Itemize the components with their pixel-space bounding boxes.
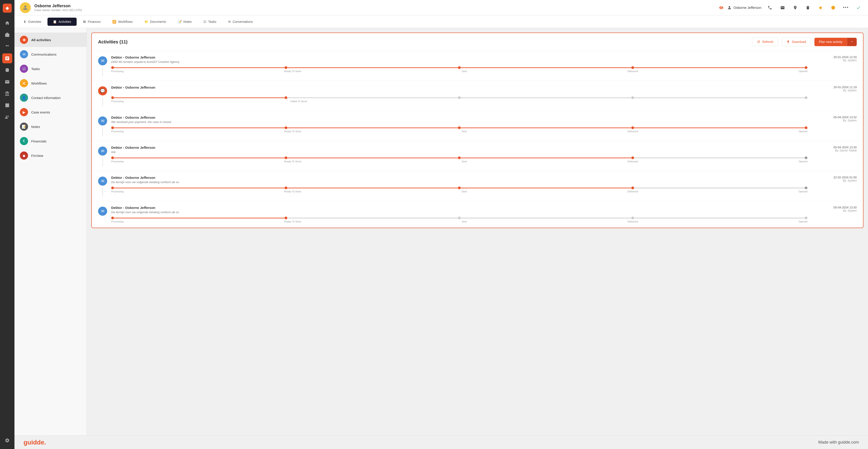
tab-workflows[interactable]: 🔀 Workflows: [107, 18, 138, 26]
tl-dot: [805, 156, 807, 159]
activity-icon: 💬: [98, 86, 107, 95]
tab-conversations[interactable]: ✉ Conversations: [223, 18, 258, 26]
refresh-label: Refresh: [762, 40, 773, 43]
activity-item: 💬 Debtor - Osborne Jefferson: [92, 81, 863, 111]
timeline-connector: [102, 157, 103, 167]
tasks-icon: ☑: [20, 65, 28, 73]
activity-date: 05-04-2024 13:30: [811, 146, 857, 149]
nav-records-icon[interactable]: [2, 53, 12, 63]
timeline-labels: Processing Ready To Send Sent Delivered …: [111, 130, 807, 133]
delete-icon-btn[interactable]: [804, 4, 812, 12]
activity-item: ✉ Debtor - Osborne Jefferson link: [92, 141, 863, 171]
sidebar-item-tasks[interactable]: ☑ Tasks: [14, 61, 87, 76]
tl-dot: [631, 96, 634, 99]
activities-title-close: ): [126, 39, 127, 44]
tl-dot: [458, 126, 461, 129]
activity-debtor: Debtor - Osborne Jefferson: [111, 55, 807, 59]
nav-workflow-icon[interactable]: [2, 100, 12, 110]
tl-dot: [285, 186, 287, 189]
refresh-button[interactable]: Refresh: [752, 37, 778, 46]
footer-logo: guidde.: [24, 439, 46, 446]
sidebar-label-finview: FinView: [31, 154, 43, 157]
tl-line: [114, 188, 285, 188]
tl-line: [114, 127, 285, 128]
tab-activities-icon: 📋: [53, 20, 57, 24]
header-username: Osborne Jefferson: [734, 6, 761, 9]
tl-dot: [631, 186, 634, 189]
activity-icon: ✉: [98, 116, 107, 125]
sidebar-item-contact-info[interactable]: 👤 Contact information: [14, 90, 87, 105]
location-icon-btn[interactable]: [791, 4, 799, 12]
email-icon-btn[interactable]: [778, 4, 786, 12]
tab-activities[interactable]: 📋 Activities: [48, 18, 76, 26]
sidebar-label-notes: Notes: [31, 125, 40, 129]
sidebar-item-all-activities[interactable]: ⊕ All activities: [14, 33, 87, 47]
tl-line: [287, 97, 458, 98]
sidebar-item-communications[interactable]: ✉ Communications: [14, 47, 87, 61]
activity-by: By: Darren Tebbitt: [811, 149, 857, 152]
chevron-down-icon: [850, 40, 854, 43]
tab-activities-label: Activities: [59, 20, 71, 24]
nav-mail-icon[interactable]: [2, 77, 12, 87]
nav-db-icon[interactable]: [2, 65, 12, 75]
case-name: Osborne Jefferson: [34, 4, 715, 8]
timeline-labels: Processing Ready To Send Sent Delivered …: [111, 70, 807, 72]
tl-dot: [111, 156, 114, 159]
refresh-icon: [757, 40, 761, 43]
tab-finances-label: Finances: [88, 20, 101, 24]
tl-dot: [805, 66, 807, 69]
star-icon-btn[interactable]: [816, 4, 825, 12]
activity-desc: £842.46 remains unpaid to branDiT Creati…: [111, 60, 807, 63]
tl-line: [461, 188, 631, 188]
activity-desc: link: [111, 150, 807, 154]
tab-overview-label: Overview: [28, 20, 41, 24]
plan-new-button[interactable]: Plan new activity: [814, 38, 847, 46]
sidebar-item-finview[interactable]: ◆ FinView: [14, 148, 87, 163]
coins-icon-btn[interactable]: [829, 4, 837, 12]
sidebar-item-notes[interactable]: 📝 Notes: [14, 119, 87, 134]
activity-by: By: System: [811, 59, 857, 62]
app-logo: ◆: [3, 4, 12, 13]
tl-line: [634, 157, 805, 158]
eye-icon-btn[interactable]: [719, 5, 723, 10]
tl-line: [287, 127, 458, 128]
nav-cases-icon[interactable]: [2, 30, 12, 40]
tab-finances[interactable]: 🏛 Finances: [78, 18, 106, 26]
activity-icon: ✉: [98, 56, 107, 65]
case-info: Osborne Jefferson Case owner number: ACC…: [34, 4, 715, 12]
tab-documents[interactable]: 📁 Documents: [139, 18, 172, 26]
tab-documents-label: Documents: [150, 20, 166, 24]
check-icon-btn[interactable]: [855, 4, 863, 12]
nav-settings-icon[interactable]: [2, 436, 12, 445]
download-button[interactable]: Download: [782, 37, 811, 46]
tab-tasks[interactable]: ☑ Tasks: [198, 18, 222, 26]
plan-new-button-group: Plan new activity: [814, 38, 857, 46]
activity-by: By: System: [811, 119, 857, 122]
activity-meta: 05-04-2024 13:30 By: System: [811, 206, 857, 212]
tab-notes[interactable]: 📝 Notes: [173, 18, 197, 26]
nav-home-icon[interactable]: [2, 18, 12, 28]
more-icon-btn[interactable]: •••: [842, 4, 850, 12]
tab-workflows-icon: 🔀: [112, 20, 116, 24]
tl-line: [114, 218, 285, 218]
svg-point-2: [831, 6, 835, 9]
sidebar-label-financials: Financials: [31, 139, 46, 143]
activity-desc: De termijn voor uw volgende betaling con…: [111, 210, 807, 214]
tab-conversations-label: Conversations: [232, 20, 253, 24]
tl-dot: [458, 186, 461, 189]
phone-icon-btn[interactable]: [766, 4, 774, 12]
download-label: Download: [792, 40, 806, 43]
sidebar-item-financials[interactable]: € Financials: [14, 134, 87, 148]
tl-line: [287, 218, 458, 218]
sidebar-item-workflows[interactable]: 🔀 Workflows: [14, 76, 87, 90]
tl-dot: [111, 66, 114, 69]
timeline-connector: [102, 97, 103, 106]
nav-contacts-icon[interactable]: [2, 41, 12, 52]
activity-meta: 05-04-2024 13:30 By: Darren Tebbitt: [811, 146, 857, 152]
tab-overview[interactable]: ⬇ Overview: [18, 18, 46, 26]
plan-new-dropdown-button[interactable]: [847, 38, 857, 46]
activity-desc: We received your payment, the case is cl…: [111, 120, 807, 124]
nav-users-icon[interactable]: [2, 112, 12, 122]
nav-bank-icon[interactable]: [2, 89, 12, 98]
sidebar-item-case-events[interactable]: ▶ Case events: [14, 105, 87, 119]
